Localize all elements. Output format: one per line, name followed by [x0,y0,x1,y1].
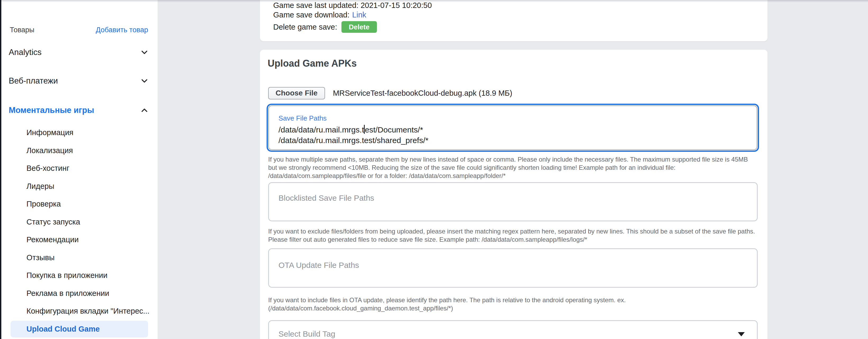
chevron-down-icon [139,75,150,86]
game-save-delete-label: Delete game save: [273,22,337,32]
upload-apks-title: Upload Game APKs [268,58,357,69]
add-product-link[interactable]: Добавить товар [96,26,148,34]
sidebar-subitem-localization[interactable]: Локализация [0,142,158,160]
game-save-delete-row: Delete game save: Delete [273,21,757,33]
sidebar-subitem-launch-status[interactable]: Статус запуска [0,213,158,231]
sidebar-item-upload-cloud-game[interactable]: Upload Cloud Game [0,320,158,338]
sidebar-subitem-leaders[interactable]: Лидеры [0,178,158,195]
blocklisted-save-paths-field[interactable]: Blocklisted Save File Paths [268,182,758,221]
chevron-down-icon [139,47,150,58]
sidebar-subitem-information[interactable]: Информация [0,124,158,142]
sidebar: Товары Добавить товар Analytics Веб-плат… [0,0,158,339]
game-save-download-link[interactable]: Link [352,10,366,20]
save-paths-help-text: If you have multiple save paths, separat… [268,155,756,180]
sidebar-subitem-tab-configuration[interactable]: Конфигурация вкладки "Интерес... [0,302,158,320]
page: Товары Добавить товар Analytics Веб-плат… [0,0,868,339]
sidebar-item-instant-games[interactable]: Моментальные игры [9,103,150,117]
sidebar-subitem-in-app-ads[interactable]: Реклама в приложении [0,284,158,303]
save-path-line: /data/data/ru.mail.mrgs.test/shared_pref… [278,135,747,146]
save-file-paths-field[interactable]: Save File Paths /data/data/ru.mail.mrgs.… [267,104,759,152]
ota-update-paths-field[interactable]: OTA Update File Paths [268,248,758,288]
save-path-line: /data/data/ru.mail.mrgs.test/Documents/* [278,125,747,135]
choose-file-button[interactable]: Choose File [268,87,325,99]
sidebar-item-web-payments[interactable]: Веб-платежи [9,74,150,88]
sidebar-subitem-web-hosting[interactable]: Веб-хостинг [0,159,158,178]
left-edge-divider [0,0,1,339]
blocklisted-help-text: If you want to exclude files/folders fro… [268,227,756,244]
apk-file-input-row: Choose File MRServiceTest-facebookCloud-… [268,87,512,99]
products-label: Товары [10,26,34,34]
delete-game-save-button[interactable]: Delete [341,21,377,33]
ota-help-text: If you want to include files in OTA upda… [268,296,756,312]
top-scroll-shadow [0,0,868,2]
sidebar-subitem-verification[interactable]: Проверка [0,195,158,213]
build-tag-select[interactable]: Select Build Tag [268,320,758,339]
chevron-up-icon [139,105,150,116]
sidebar-item-analytics[interactable]: Analytics [9,45,150,59]
build-tag-placeholder: Select Build Tag [278,330,335,338]
sidebar-subitem-reviews[interactable]: Отзывы [0,249,158,267]
sidebar-submenu: Информация Локализация Веб-хостинг Лидер… [0,124,158,338]
ota-placeholder: OTA Update File Paths [278,261,359,270]
game-save-download-label: Game save download: [273,10,350,20]
sidebar-header: Товары Добавить товар [10,24,148,36]
select-caret-icon [738,332,745,336]
game-save-card: Game save last updated: 2021-07-15 10:20… [260,0,768,41]
game-save-download-row: Game save download: Link [273,10,757,20]
chosen-file-name: MRServiceTest-facebookCloud-debug.apk (1… [333,89,512,98]
blocklisted-placeholder: Blocklisted Save File Paths [278,193,374,203]
sidebar-subitem-recommendations[interactable]: Рекомендации [0,231,158,249]
save-file-paths-label: Save File Paths [278,114,747,122]
upload-apks-card: Upload Game APKs Choose File MRServiceTe… [260,50,768,339]
sidebar-subitem-in-app-purchase[interactable]: Покупка в приложении [0,267,158,284]
